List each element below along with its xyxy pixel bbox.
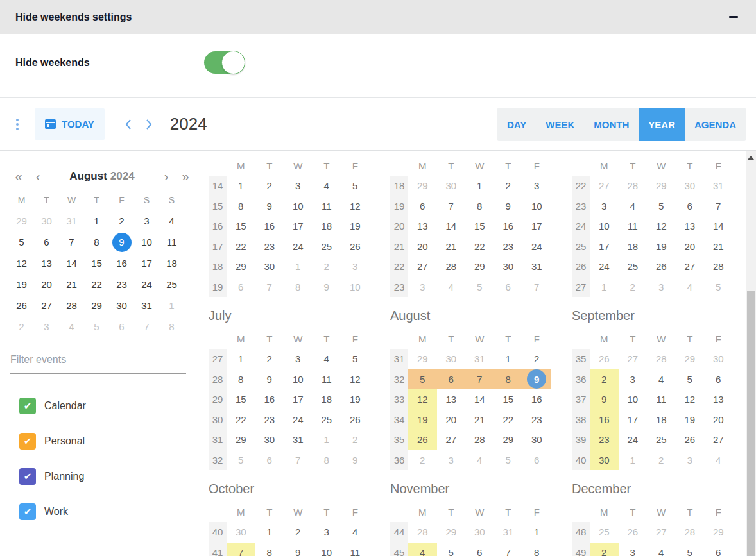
day-cell[interactable]: 1 [227, 349, 255, 369]
day-cell[interactable]: 4 [647, 369, 676, 390]
day-cell[interactable]: 17 [284, 216, 313, 237]
day-cell[interactable]: 29 [647, 176, 676, 196]
day-cell[interactable]: 29 [227, 257, 255, 277]
filter-work[interactable]: ✔Work [19, 503, 204, 520]
day-cell[interactable]: 6 [704, 369, 733, 390]
day-cell[interactable]: 25 [619, 257, 648, 277]
day-cell[interactable]: 24 [522, 237, 551, 257]
day-cell[interactable]: 18 [647, 410, 676, 430]
day-cell[interactable]: 4 [341, 522, 370, 543]
day-cell[interactable]: 1 [494, 349, 523, 369]
prev-month-button[interactable]: ‹ [28, 167, 47, 185]
day-cell[interactable]: 10 [284, 196, 313, 217]
mini-day-cell[interactable]: 30 [109, 295, 134, 316]
day-cell[interactable]: 7 [704, 196, 733, 217]
day-cell[interactable]: 6 [494, 277, 523, 298]
day-cell[interactable]: 24 [619, 430, 648, 450]
day-cell[interactable]: 29 [494, 430, 523, 450]
day-cell[interactable]: 4 [676, 277, 705, 298]
mini-day-cell[interactable]: 23 [109, 274, 134, 295]
vertical-scrollbar[interactable] [746, 151, 756, 556]
day-cell[interactable]: 24 [284, 237, 313, 257]
day-cell[interactable]: 2 [313, 257, 341, 277]
day-cell[interactable]: 18 [313, 389, 341, 410]
day-cell[interactable]: 2 [619, 277, 648, 298]
scrollbar-thumb[interactable] [747, 291, 755, 556]
day-cell[interactable]: 29 [408, 176, 437, 196]
mini-day-cell[interactable]: 26 [9, 295, 34, 316]
mini-day-cell[interactable]: 15 [84, 253, 109, 274]
day-cell[interactable]: 20 [704, 410, 733, 430]
day-cell[interactable]: 10 [590, 216, 619, 237]
day-cell[interactable]: 30 [255, 257, 284, 277]
day-cell[interactable]: 29 [227, 430, 255, 450]
day-cell[interactable]: 11 [313, 369, 341, 390]
day-cell[interactable]: 14 [704, 216, 733, 237]
mini-day-cell[interactable]: 29 [84, 295, 109, 316]
day-cell[interactable]: 29 [408, 349, 437, 369]
mini-day-cell[interactable]: 1 [84, 210, 109, 232]
day-cell[interactable]: 27 [408, 257, 437, 277]
day-cell[interactable]: 7 [522, 277, 551, 298]
mini-day-cell[interactable]: 17 [134, 253, 159, 274]
filter-events-input[interactable] [10, 351, 186, 374]
day-cell[interactable]: 31 [494, 522, 523, 543]
day-cell[interactable]: 3 [522, 176, 551, 196]
day-cell[interactable]: 10 [313, 543, 341, 556]
day-cell[interactable]: 12 [647, 216, 676, 237]
day-cell[interactable]: 13 [437, 389, 466, 410]
day-cell[interactable]: 17 [284, 389, 313, 410]
day-cell[interactable]: 13 [704, 389, 733, 410]
day-cell[interactable]: 6 [437, 369, 466, 390]
day-cell[interactable]: 26 [676, 430, 705, 450]
next-button[interactable] [142, 115, 156, 134]
day-cell[interactable]: 8 [227, 369, 255, 390]
day-cell[interactable]: 19 [676, 410, 705, 430]
day-cell[interactable]: 4 [313, 176, 341, 196]
day-cell[interactable]: 12 [341, 369, 370, 390]
day-cell[interactable]: 7 [284, 450, 313, 471]
day-cell[interactable]: 15 [227, 216, 255, 237]
mini-day-cell[interactable]: 20 [34, 274, 59, 295]
tab-week[interactable]: WEEK [536, 108, 584, 141]
kebab-menu-icon[interactable] [10, 115, 24, 134]
day-cell[interactable]: 29 [676, 349, 705, 369]
mini-day-cell[interactable]: 18 [159, 253, 184, 274]
day-cell[interactable]: 3 [676, 450, 705, 471]
day-cell[interactable]: 28 [619, 176, 648, 196]
mini-day-cell[interactable]: 29 [9, 210, 34, 232]
day-cell[interactable]: 15 [494, 389, 523, 410]
day-cell[interactable]: 28 [704, 257, 733, 277]
scroll-up-arrow[interactable] [746, 151, 756, 165]
day-cell[interactable]: 22 [227, 237, 255, 257]
day-cell[interactable]: 16 [590, 410, 619, 430]
day-cell[interactable]: 2 [255, 349, 284, 369]
day-cell[interactable]: 2 [590, 369, 619, 390]
day-cell[interactable]: 22 [227, 410, 255, 430]
day-cell[interactable]: 26 [590, 349, 619, 369]
next-month-button[interactable]: › [157, 167, 176, 185]
day-cell[interactable]: 5 [676, 543, 705, 556]
day-cell[interactable]: 19 [408, 410, 437, 430]
mini-day-cell[interactable]: 19 [9, 274, 34, 295]
day-cell[interactable]: 9 [255, 196, 284, 217]
day-cell[interactable]: 2 [408, 450, 437, 471]
day-cell[interactable]: 18 [313, 216, 341, 237]
day-cell[interactable]: 9 [590, 389, 619, 410]
day-cell[interactable]: 4 [465, 450, 494, 471]
day-cell[interactable]: 28 [647, 349, 676, 369]
day-cell[interactable]: 29 [465, 257, 494, 277]
mini-day-cell[interactable]: 28 [59, 295, 84, 316]
day-cell[interactable]: 30 [704, 349, 733, 369]
day-cell[interactable]: 6 [408, 196, 437, 217]
mini-day-cell[interactable]: 24 [134, 274, 159, 295]
day-cell[interactable]: 2 [255, 176, 284, 196]
day-cell[interactable]: 2 [494, 176, 523, 196]
day-cell[interactable]: 23 [494, 237, 523, 257]
checkbox-icon[interactable]: ✔ [19, 433, 36, 450]
day-cell[interactable]: 21 [437, 237, 466, 257]
mini-day-cell[interactable]: 5 [84, 316, 109, 337]
day-cell[interactable]: 1 [284, 257, 313, 277]
mini-day-cell[interactable]: 9 [109, 232, 134, 253]
day-cell[interactable]: 6 [227, 277, 255, 298]
